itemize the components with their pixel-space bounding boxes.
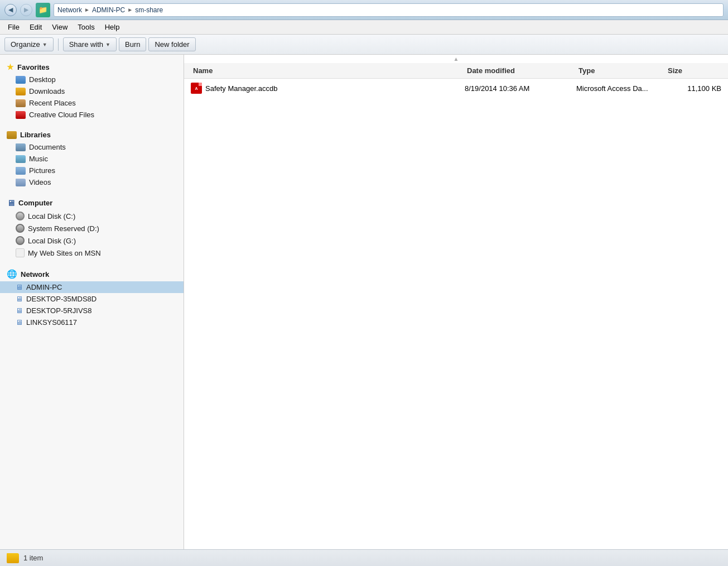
organize-button[interactable]: Organize ▼ [4, 37, 54, 51]
sidebar-section-favorites[interactable]: ★ Favorites [0, 59, 184, 74]
videos-label: Videos [29, 178, 51, 186]
menu-file[interactable]: File [3, 21, 24, 33]
menu-edit[interactable]: Edit [25, 21, 46, 33]
back-button[interactable]: ◀ [4, 4, 17, 16]
sidebar-section-computer[interactable]: 🖥 Computer [0, 195, 184, 210]
sidebar-item-msn[interactable]: My Web Sites on MSN [0, 247, 184, 259]
sidebar-gap-2 [0, 188, 184, 195]
favorites-label: Favorites [17, 63, 50, 71]
linksys-icon: 🖥 [16, 318, 23, 327]
sidebar-item-desktop[interactable]: Desktop [0, 74, 184, 85]
documents-label: Documents [29, 143, 66, 151]
file-size: 11,100 KB [666, 84, 721, 93]
new-folder-button[interactable]: New folder [148, 37, 195, 51]
col-type[interactable]: Type [576, 65, 666, 76]
breadcrumb-sep-2: ► [127, 7, 133, 13]
content-body: A Safety Manager.accdb 8/19/2014 10:36 A… [184, 79, 728, 549]
music-icon [16, 155, 26, 163]
organize-arrow: ▼ [42, 42, 47, 47]
admin-pc-icon: 🖥 [16, 283, 23, 291]
disk-d-icon [16, 224, 25, 233]
sidebar-gap-3 [0, 259, 184, 266]
sidebar-item-music[interactable]: Music [0, 153, 184, 165]
sidebar-item-documents[interactable]: Documents [0, 141, 184, 153]
app-icon: 📁 [36, 3, 50, 17]
recent-folder-icon [16, 99, 26, 107]
burn-button[interactable]: Burn [119, 37, 146, 51]
videos-icon [16, 179, 26, 186]
file-type: Microsoft Access Da... [576, 84, 666, 93]
recent-places-label: Recent Places [29, 99, 76, 107]
favorites-icon: ★ [7, 63, 14, 71]
sidebar-section-libraries[interactable]: Libraries [0, 127, 184, 141]
desktop-label: Desktop [29, 75, 56, 84]
share-with-label: Share with [69, 40, 103, 49]
downloads-label: Downloads [29, 87, 65, 95]
sidebar-item-desktop-5rjivs8[interactable]: 🖥 DESKTOP-5RJIVS8 [0, 305, 184, 316]
col-date-modified[interactable]: Date modified [465, 65, 576, 76]
menu-view[interactable]: View [47, 21, 72, 33]
sidebar-item-linksys[interactable]: 🖥 LINKSYS06117 [0, 316, 184, 328]
desktop-35-label: DESKTOP-35MDS8D [26, 295, 97, 303]
libraries-icon [7, 131, 17, 139]
breadcrumb-network[interactable]: Network [57, 6, 82, 14]
sidebar-gap-1 [0, 121, 184, 127]
sidebar-item-downloads[interactable]: Downloads [0, 85, 184, 97]
breadcrumb[interactable]: Network ► ADMIN-PC ► sm-share [54, 3, 724, 17]
sidebar: ★ Favorites Desktop Downloads Recent Pla… [0, 55, 184, 549]
sidebar-item-desktop-35mds8d[interactable]: 🖥 DESKTOP-35MDS8D [0, 293, 184, 305]
network-icon: 🌐 [7, 269, 17, 279]
network-label: Network [21, 270, 49, 279]
scroll-up-arrow: ▲ [454, 56, 459, 62]
share-with-button[interactable]: Share with ▼ [63, 37, 117, 51]
breadcrumb-sep-1: ► [84, 7, 90, 13]
music-label: Music [29, 155, 48, 163]
libraries-label: Libraries [20, 131, 51, 139]
sidebar-item-pictures[interactable]: Pictures [0, 165, 184, 176]
burn-label: Burn [125, 40, 140, 49]
computer-label: Computer [18, 199, 52, 207]
menu-help[interactable]: Help [100, 21, 124, 33]
breadcrumb-smshare[interactable]: sm-share [135, 6, 163, 14]
status-count: 1 item [23, 554, 43, 562]
sidebar-item-local-g[interactable]: Local Disk (G:) [0, 234, 184, 247]
disk-c-icon [16, 212, 25, 220]
sidebar-item-system-d[interactable]: System Reserved (D:) [0, 222, 184, 234]
file-date: 8/19/2014 10:36 AM [465, 84, 576, 93]
organize-label: Organize [11, 40, 40, 49]
sidebar-item-videos[interactable]: Videos [0, 176, 184, 188]
menu-tools[interactable]: Tools [73, 21, 99, 33]
share-with-arrow: ▼ [105, 42, 110, 47]
desktop5r-icon: 🖥 [16, 306, 23, 315]
sidebar-item-admin-pc[interactable]: 🖥 ADMIN-PC [0, 281, 184, 293]
sidebar-item-creative-cloud[interactable]: Creative Cloud Files [0, 109, 184, 121]
title-bar: ◀ ▶ 📁 Network ► ADMIN-PC ► sm-share [0, 0, 728, 20]
content-area: ▲ Name Date modified Type Size A Safety … [184, 55, 728, 549]
web-icon [16, 248, 25, 257]
sidebar-item-recent-places[interactable]: Recent Places [0, 97, 184, 109]
downloads-folder-icon [16, 88, 26, 95]
pictures-label: Pictures [29, 166, 55, 175]
file-name-text: Safety Manager.accdb [205, 84, 277, 93]
pictures-icon [16, 167, 26, 175]
local-c-label: Local Disk (C:) [28, 212, 75, 220]
sidebar-section-network[interactable]: 🌐 Network [0, 266, 184, 281]
cc-folder-icon [16, 111, 26, 119]
desktop-folder-icon [16, 76, 26, 84]
toolbar-separator-1 [58, 39, 59, 51]
accdb-label: A [195, 87, 197, 90]
msn-label: My Web Sites on MSN [28, 249, 101, 257]
scroll-indicator: ▲ [184, 55, 728, 63]
computer-icon: 🖥 [7, 198, 15, 208]
col-name[interactable]: Name [191, 65, 465, 76]
menu-bar: File Edit View Tools Help [0, 20, 728, 35]
creative-cloud-label: Creative Cloud Files [29, 111, 94, 119]
table-row[interactable]: A Safety Manager.accdb 8/19/2014 10:36 A… [184, 81, 728, 95]
breadcrumb-adminpc[interactable]: ADMIN-PC [92, 6, 125, 14]
new-folder-label: New folder [155, 40, 189, 49]
col-size[interactable]: Size [666, 65, 721, 76]
linksys-label: LINKSYS06117 [26, 318, 77, 327]
sidebar-item-local-c[interactable]: Local Disk (C:) [0, 210, 184, 222]
forward-button[interactable]: ▶ [20, 4, 32, 16]
status-bar: 1 item [0, 549, 728, 566]
